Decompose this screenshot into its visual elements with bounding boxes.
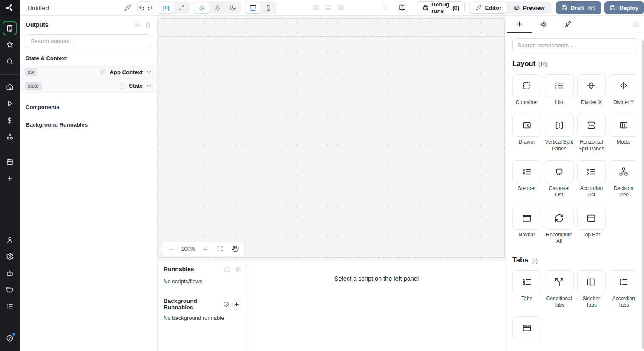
device-group bbox=[244, 1, 277, 14]
debug-runs-label: Debug runs bbox=[431, 1, 449, 14]
collapse-bottom-icon[interactable] bbox=[224, 266, 230, 273]
background-runnables-empty-text: No background runnable bbox=[164, 315, 242, 321]
zero-padding-toggle[interactable]: |0| bbox=[158, 2, 174, 13]
expand-canvas-button[interactable] bbox=[174, 2, 189, 13]
rail-item-folder[interactable] bbox=[3, 282, 17, 297]
ordered-list-icon bbox=[522, 167, 532, 176]
rail-item-robot[interactable] bbox=[3, 266, 17, 280]
zoom-toolbar: 100% bbox=[162, 242, 244, 256]
desktop-view-button[interactable] bbox=[245, 2, 261, 13]
navbar-icon bbox=[522, 213, 532, 223]
list-menu-icon bbox=[6, 302, 14, 310]
deploy-button[interactable]: Deploy bbox=[604, 1, 644, 14]
panel-right-toggle-icon[interactable] bbox=[337, 4, 344, 11]
add-background-runnable-button[interactable] bbox=[232, 299, 242, 310]
tab-insert-component[interactable] bbox=[507, 16, 532, 33]
component-item-divider-y: Divider Y bbox=[609, 74, 638, 106]
component-sections: Layout (14) Container List Divider X Div… bbox=[506, 60, 644, 342]
more-menu-button[interactable] bbox=[382, 4, 388, 11]
component-label: Tabs bbox=[521, 296, 532, 302]
view-mode-group: Editor Preview bbox=[469, 1, 551, 14]
panel-bottom-toggle-icon[interactable] bbox=[325, 4, 332, 11]
play-icon bbox=[6, 100, 14, 107]
doc-icon[interactable] bbox=[235, 266, 242, 273]
rail-item-help[interactable] bbox=[3, 331, 17, 345]
rail-item-plus[interactable] bbox=[3, 171, 17, 186]
plus-icon bbox=[6, 175, 13, 182]
component-label: Divider X bbox=[581, 99, 602, 106]
theme-auto-button[interactable] bbox=[194, 2, 210, 13]
draft-label: Draft bbox=[571, 5, 584, 11]
rail-item-settings[interactable] bbox=[3, 249, 17, 264]
scrollbar-thumb[interactable] bbox=[642, 40, 644, 349]
output-row[interactable]: ctx App Context bbox=[20, 65, 157, 79]
debug-runs-button[interactable]: Debug runs (0) bbox=[417, 1, 465, 14]
component-label: Modal bbox=[617, 139, 631, 145]
undo-button[interactable] bbox=[138, 2, 146, 14]
section-count: (14) bbox=[538, 61, 547, 67]
collapse-panel-icon[interactable] bbox=[134, 22, 140, 28]
panel-left-toggle-icon[interactable] bbox=[313, 4, 319, 11]
tab-styling[interactable] bbox=[556, 16, 580, 33]
rail-item-play[interactable] bbox=[3, 96, 17, 111]
gear-icon bbox=[6, 253, 14, 260]
component-label: Accordion Tabs bbox=[609, 296, 638, 309]
doc-icon[interactable] bbox=[119, 83, 126, 89]
component-grid: Container List Divider X Divider Y Drawe… bbox=[512, 74, 638, 245]
search-icon bbox=[6, 58, 14, 65]
search-components-input[interactable] bbox=[512, 38, 638, 52]
theme-light-button[interactable] bbox=[210, 2, 225, 13]
component-item-conditional-tabs: Conditional Tabs bbox=[545, 270, 574, 309]
deploy-label: Deploy bbox=[619, 5, 638, 11]
theme-dark-button[interactable] bbox=[225, 2, 240, 13]
app-title-area: Untitled bbox=[20, 4, 131, 12]
mobile-view-button[interactable] bbox=[261, 2, 276, 13]
zoom-out-button[interactable] bbox=[164, 242, 179, 255]
rail-item-user[interactable] bbox=[3, 233, 17, 247]
robot-icon bbox=[6, 269, 14, 277]
component-item-decision-tree: Decision Tree bbox=[609, 160, 638, 199]
component-label: Decision Tree bbox=[609, 185, 638, 199]
component-label: Accordion List bbox=[577, 185, 606, 199]
grid-row-outline bbox=[159, 18, 505, 37]
zoom-in-button[interactable] bbox=[198, 242, 213, 255]
plus-icon bbox=[516, 20, 523, 28]
sun-icon bbox=[214, 5, 221, 11]
preview-tab[interactable]: Preview bbox=[507, 2, 550, 13]
eye-icon bbox=[513, 5, 520, 11]
doc-icon[interactable] bbox=[100, 69, 106, 75]
component-item-stepper: Stepper bbox=[512, 160, 541, 199]
output-row[interactable]: state State bbox=[20, 79, 157, 93]
folder-open-icon bbox=[6, 286, 14, 293]
windmill-logo[interactable] bbox=[0, 0, 20, 16]
rail-item-building[interactable] bbox=[3, 21, 17, 35]
rail-item-home[interactable] bbox=[3, 80, 17, 94]
doc-icon[interactable] bbox=[145, 22, 151, 28]
rail-item-dollar[interactable] bbox=[3, 113, 17, 127]
pan-mode-button[interactable] bbox=[227, 242, 242, 255]
theme-group bbox=[193, 1, 241, 14]
star-icon bbox=[6, 41, 14, 49]
chevron-down-icon[interactable] bbox=[146, 69, 152, 75]
redo-button[interactable] bbox=[146, 2, 154, 14]
conditional-tabs-icon bbox=[555, 277, 564, 287]
app-canvas[interactable]: 100% bbox=[158, 16, 506, 261]
redo-icon bbox=[147, 5, 153, 11]
editor-tab[interactable]: Editor bbox=[470, 2, 507, 13]
fit-view-button[interactable] bbox=[213, 242, 227, 255]
building-icon bbox=[6, 24, 14, 32]
sidebar-tabs-icon bbox=[586, 277, 596, 287]
tab-component-settings[interactable] bbox=[532, 16, 556, 33]
draft-button[interactable]: Draft ⌘S bbox=[556, 1, 601, 14]
rail-item-list[interactable] bbox=[3, 299, 17, 314]
chevron-down-icon[interactable] bbox=[146, 83, 152, 89]
rail-item-star[interactable] bbox=[3, 37, 17, 52]
hand-icon bbox=[232, 245, 239, 252]
docs-button[interactable] bbox=[398, 1, 406, 14]
rail-item-search[interactable] bbox=[3, 54, 17, 69]
rail-item-resources[interactable] bbox=[3, 129, 17, 144]
rename-pencil-icon[interactable] bbox=[124, 4, 131, 11]
collapse-right-panel-icon[interactable] bbox=[633, 21, 639, 28]
search-outputs-input[interactable] bbox=[26, 34, 151, 48]
rail-item-calendar[interactable] bbox=[3, 155, 17, 169]
